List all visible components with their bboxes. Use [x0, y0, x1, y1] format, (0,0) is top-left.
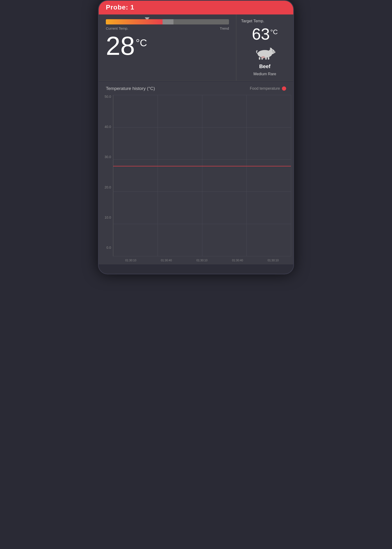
temp-progress-container — [106, 19, 229, 24]
target-temp-value: 63 °C — [252, 26, 278, 42]
grid-v-50 — [202, 95, 203, 256]
progress-labels: Current Temp. Trend — [106, 26, 229, 30]
progress-bar-fill — [106, 19, 162, 24]
top-section: Current Temp. Trend 28 °C Target Temp. 6… — [99, 14, 293, 81]
x-label-1: 01:30:40 — [148, 259, 184, 262]
x-label-2: 01:30:10 — [184, 259, 220, 262]
x-axis-labels: 01:30:10 01:30:40 01:30:10 01:30:40 01:3… — [113, 257, 291, 262]
x-axis-container: 01:30:10 01:30:40 01:30:10 01:30:40 01:3… — [101, 257, 291, 262]
x-label-3: 01:30:40 — [220, 259, 255, 262]
grid-lines — [113, 95, 291, 256]
progress-bar-background — [106, 19, 229, 24]
grid-v-75 — [246, 95, 247, 256]
chart-title: Temperature history (°C) — [106, 86, 155, 91]
y-label-0: 0.0 — [101, 246, 113, 249]
svg-rect-5 — [259, 57, 260, 60]
x-label-0: 01:30:10 — [113, 259, 148, 262]
food-type-label: Beef — [259, 63, 271, 70]
current-temp-unit: °C — [136, 38, 147, 48]
target-temp-unit: °C — [270, 29, 278, 35]
current-temp-panel: Current Temp. Trend 28 °C — [99, 14, 236, 80]
svg-point-4 — [272, 50, 273, 51]
current-temp-number: 28 — [106, 33, 135, 59]
y-label-50: 50.0 — [101, 95, 113, 98]
y-label-10: 10.0 — [101, 216, 113, 219]
y-label-40: 40.0 — [101, 125, 113, 128]
grid-h-0 — [113, 256, 291, 256]
grid-v-0 — [113, 95, 113, 256]
trend-label: Trend — [220, 26, 229, 30]
current-temp-label: Current Temp. — [106, 26, 128, 30]
y-label-30: 30.0 — [101, 155, 113, 159]
probe-title: Probe: 1 — [106, 4, 134, 11]
svg-rect-7 — [265, 57, 267, 60]
temperature-data-line — [113, 166, 291, 166]
svg-rect-8 — [268, 57, 269, 60]
food-doneness-label: Medium Rare — [253, 72, 276, 76]
y-axis-labels: 50.0 40.0 30.0 20.0 10.0 0.0 — [101, 95, 113, 249]
chart-header: Temperature history (°C) Food temperatur… — [101, 86, 291, 95]
target-temp-label: Target Temp. — [241, 19, 264, 23]
probe-header: Probe: 1 — [99, 1, 293, 14]
cow-icon — [254, 46, 275, 60]
target-temp-panel: Target Temp. 63 °C — [236, 14, 293, 80]
svg-point-2 — [273, 51, 275, 53]
svg-point-9 — [261, 56, 265, 58]
chart-area: 50.0 40.0 30.0 20.0 10.0 0.0 — [101, 95, 291, 256]
y-label-20: 20.0 — [101, 186, 113, 189]
chart-section: Temperature history (°C) Food temperatur… — [99, 81, 293, 264]
legend-label: Food temperature — [250, 86, 280, 91]
current-temp-value: 28 °C — [106, 33, 229, 59]
x-label-4: 01:30:10 — [255, 259, 291, 262]
chart-inner — [113, 95, 291, 256]
phone-container: Probe: 1 Current Temp. Trend 28 °C — [98, 0, 294, 274]
legend-dot — [282, 86, 286, 91]
chart-legend: Food temperature — [250, 86, 286, 91]
target-temp-number: 63 — [252, 26, 270, 42]
grid-v-25 — [158, 95, 158, 256]
grid-v-100 — [291, 95, 291, 256]
